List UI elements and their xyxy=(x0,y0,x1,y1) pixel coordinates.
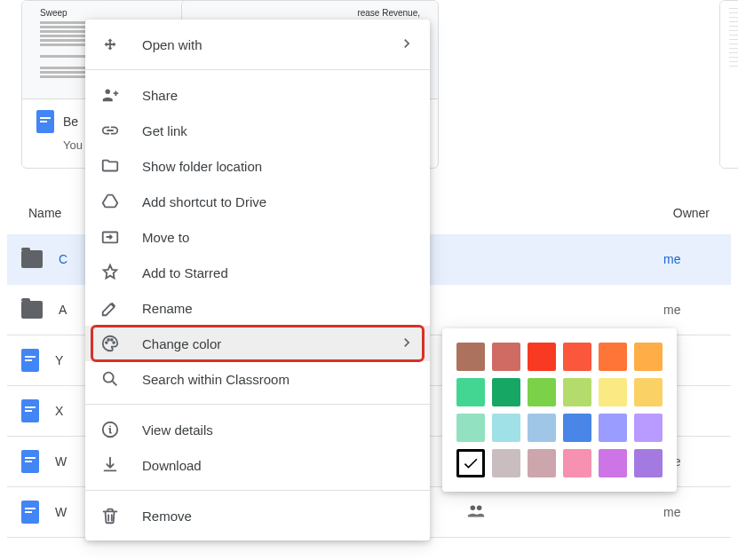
menu-show-folder[interactable]: Show folder location xyxy=(85,148,430,184)
suggested-card[interactable] xyxy=(719,0,738,169)
menu-label: Share xyxy=(142,88,416,103)
color-swatch[interactable] xyxy=(492,449,520,477)
color-swatch[interactable] xyxy=(563,414,591,442)
search-icon xyxy=(99,368,121,390)
menu-label: Rename xyxy=(142,301,416,316)
color-swatch[interactable] xyxy=(634,449,663,477)
palette-icon xyxy=(99,333,121,354)
svg-point-9 xyxy=(104,373,114,383)
color-swatch[interactable] xyxy=(528,449,556,477)
color-swatch[interactable] xyxy=(563,378,591,406)
info-icon xyxy=(99,419,121,440)
menu-label: Download xyxy=(142,458,416,473)
menu-rename[interactable]: Rename xyxy=(85,290,430,326)
menu-get-link[interactable]: Get link xyxy=(85,113,430,148)
download-icon xyxy=(99,454,121,476)
color-swatch[interactable] xyxy=(528,378,556,406)
trash-icon xyxy=(99,505,121,526)
svg-point-0 xyxy=(471,506,476,511)
menu-label: Open with xyxy=(142,37,377,52)
color-swatch[interactable] xyxy=(456,343,485,371)
card-preview xyxy=(720,1,738,168)
color-swatch[interactable] xyxy=(492,414,520,442)
column-header-owner[interactable]: Owner xyxy=(673,206,710,220)
docs-icon xyxy=(21,399,39,422)
menu-label: Change color xyxy=(142,336,377,351)
shared-icon xyxy=(466,501,488,523)
card-title: Be xyxy=(63,114,78,129)
chevron-right-icon xyxy=(398,334,416,354)
menu-label: Search within Classroom xyxy=(142,372,416,387)
menu-label: Show folder location xyxy=(142,159,416,174)
menu-label: Remove xyxy=(142,509,416,524)
color-swatch[interactable] xyxy=(456,449,485,477)
menu-label: Get link xyxy=(142,123,416,138)
menu-label: Add to Starred xyxy=(142,265,416,280)
move-to-icon xyxy=(99,226,121,248)
color-swatch[interactable] xyxy=(599,378,627,406)
menu-add-shortcut[interactable]: Add shortcut to Drive xyxy=(85,184,430,219)
color-swatch[interactable] xyxy=(492,343,520,371)
svg-point-3 xyxy=(106,90,111,95)
file-owner: me xyxy=(663,505,717,519)
menu-move-to[interactable]: Move to xyxy=(85,219,430,255)
color-swatch[interactable] xyxy=(599,343,627,371)
menu-search-classroom[interactable]: Search within Classroom xyxy=(85,361,430,397)
color-swatch[interactable] xyxy=(563,343,591,371)
color-swatch[interactable] xyxy=(563,449,591,477)
file-owner: me xyxy=(663,252,717,266)
menu-open-with[interactable]: Open with xyxy=(85,27,430,62)
color-swatch[interactable] xyxy=(456,378,485,406)
menu-download[interactable]: Download xyxy=(85,447,430,483)
docs-icon xyxy=(21,501,39,524)
open-with-icon xyxy=(99,34,121,55)
color-swatch[interactable] xyxy=(528,414,556,442)
star-outline-icon xyxy=(99,262,121,283)
drive-shortcut-icon xyxy=(99,191,121,212)
file-owner: me xyxy=(663,303,717,317)
menu-remove[interactable]: Remove xyxy=(85,498,430,533)
color-swatch[interactable] xyxy=(634,414,663,442)
menu-add-starred[interactable]: Add to Starred xyxy=(85,255,430,290)
link-icon xyxy=(99,120,121,141)
menu-label: Move to xyxy=(142,230,416,245)
svg-point-5 xyxy=(106,342,107,343)
docs-icon xyxy=(36,110,54,133)
menu-view-details[interactable]: View details xyxy=(85,412,430,447)
folder-icon xyxy=(21,250,43,268)
column-header-name[interactable]: Name xyxy=(28,206,61,220)
color-swatch[interactable] xyxy=(599,449,627,477)
svg-point-1 xyxy=(477,506,482,511)
menu-share[interactable]: Share xyxy=(85,77,430,113)
color-swatch[interactable] xyxy=(634,343,663,371)
menu-change-color[interactable]: Change color xyxy=(85,326,430,361)
color-swatch[interactable] xyxy=(528,343,556,371)
folder-outline-icon xyxy=(99,155,121,177)
svg-point-8 xyxy=(113,342,115,343)
svg-point-6 xyxy=(107,339,109,341)
docs-icon xyxy=(21,349,39,372)
svg-point-7 xyxy=(111,339,113,341)
color-swatch[interactable] xyxy=(456,414,485,442)
rename-icon xyxy=(99,297,121,319)
color-palette xyxy=(442,328,677,492)
menu-label: Add shortcut to Drive xyxy=(142,194,416,209)
folder-icon xyxy=(21,301,43,319)
chevron-right-icon xyxy=(398,35,416,55)
context-menu: Open with Share Get link Show folder loc… xyxy=(85,20,430,540)
menu-label: View details xyxy=(142,422,416,438)
color-swatch[interactable] xyxy=(599,414,627,442)
color-swatch[interactable] xyxy=(492,378,520,406)
color-swatch[interactable] xyxy=(634,378,663,406)
preview-title: rease Revenue, xyxy=(200,8,420,18)
docs-icon xyxy=(21,450,39,473)
share-icon xyxy=(99,84,121,106)
